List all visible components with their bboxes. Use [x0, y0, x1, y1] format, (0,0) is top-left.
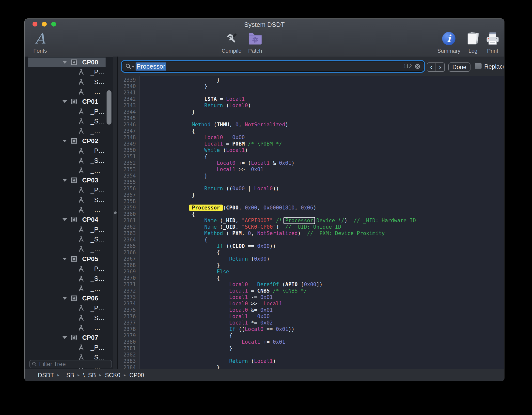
breadcrumb-item-dsdt[interactable]: DSDT	[38, 372, 54, 379]
code-line[interactable]: 2346 Method (THNU, 0, NotSerialized)	[118, 121, 504, 128]
code-line[interactable]: 2380 Local1 += 0x01	[118, 339, 504, 345]
code-line[interactable]: 2368 }	[118, 262, 504, 268]
code-line[interactable]: 2356 Return ((0x00 | Local0))	[118, 185, 504, 192]
disclosure-triangle-icon[interactable]	[63, 61, 67, 64]
code-editor[interactable]: 2338 {2339 }2340 }23412342 LSTA = Local1…	[118, 76, 504, 369]
search-scope-chevron-icon[interactable]: ▾	[132, 65, 134, 69]
code-line[interactable]: 2375 Local0 &= 0x01	[118, 307, 504, 313]
code-line[interactable]: 2351 {	[118, 153, 504, 160]
code-line[interactable]: 2383 Return (Local1)	[118, 358, 504, 364]
code-line[interactable]: 2363 Method (_PXM, 0, NotSerialized) // …	[118, 230, 504, 237]
minimize-button[interactable]	[42, 22, 47, 27]
code-line[interactable]: 2344 }	[118, 109, 504, 115]
search-input[interactable]: ▾ Processor 112	[122, 61, 424, 71]
tree-item-leaf[interactable]: _…	[28, 284, 106, 293]
code-line[interactable]: 2348 Local0 = 0x00	[118, 134, 504, 141]
code-line[interactable]: 2379 {	[118, 332, 504, 339]
tree-item-leaf[interactable]: _P…	[28, 146, 106, 155]
code-line[interactable]: 2381 }	[118, 345, 504, 352]
tree-item-leaf[interactable]: _P…	[28, 343, 106, 352]
tree-item-leaf[interactable]: _…	[28, 244, 106, 254]
code-line[interactable]: 2366 {	[118, 249, 504, 256]
tree-item-leaf[interactable]: _P…	[28, 225, 106, 234]
breadcrumb-item-sb[interactable]: \_SB	[83, 372, 96, 379]
tree-item-leaf[interactable]: _S…	[28, 77, 106, 87]
tree-item-cp00[interactable]: CP00	[28, 58, 106, 67]
code-line[interactable]: 2341	[118, 89, 504, 96]
code-line[interactable]: 2339 }	[118, 77, 504, 83]
breadcrumb-item-sck0[interactable]: SCK0	[105, 372, 120, 379]
code-line[interactable]: 2367 Return (0x00)	[118, 256, 504, 262]
log-button[interactable]: Log	[466, 31, 480, 54]
find-previous-button[interactable]: ‹	[427, 63, 436, 71]
tree-item-leaf[interactable]: _P…	[28, 264, 106, 273]
filter-tree-input[interactable]: Filter Tree	[29, 360, 112, 368]
code-line[interactable]: 2350 While (Local1)	[118, 147, 504, 153]
code-line[interactable]: 2382	[118, 352, 504, 358]
tree-item-leaf[interactable]: _S…	[28, 313, 106, 323]
tree-item-leaf[interactable]: _S…	[28, 117, 106, 126]
clear-search-icon[interactable]	[414, 63, 421, 70]
code-line[interactable]: 2364 {	[118, 237, 504, 243]
disclosure-triangle-icon[interactable]	[63, 218, 67, 221]
disclosure-triangle-icon[interactable]	[63, 336, 67, 339]
tree-item-leaf[interactable]: _…	[28, 126, 106, 136]
tree-item-cp02[interactable]: CP02	[28, 136, 106, 146]
code-line[interactable]: 2373 Local1 -= 0x01	[118, 294, 504, 300]
tree-item-leaf[interactable]: _S…	[28, 195, 106, 205]
tree-item-cp05[interactable]: CP05	[28, 254, 106, 264]
disclosure-triangle-icon[interactable]	[63, 140, 67, 142]
code-line[interactable]: 2354 }	[118, 173, 504, 179]
code-line[interactable]: 2377 Local1 *= 0x02	[118, 320, 504, 326]
compile-button[interactable]: Compile	[222, 31, 242, 54]
tree-item-leaf[interactable]: _S…	[28, 235, 106, 244]
code-line[interactable]: 2384 }	[118, 364, 504, 369]
code-line[interactable]: 2372 Local1 = CNBS /* \CNBS */	[118, 288, 504, 294]
breadcrumb-item-sb[interactable]: _SB	[63, 372, 74, 379]
code-line[interactable]: 2359 Processor (CP00, 0x00, 0x00001810, …	[118, 205, 504, 211]
code-line[interactable]: 2369 Else	[118, 268, 504, 275]
tree-item-cp04[interactable]: CP04	[28, 215, 106, 224]
print-button[interactable]: Print	[485, 31, 500, 54]
zoom-button[interactable]	[51, 22, 56, 27]
code-line[interactable]: 2347 {	[118, 128, 504, 134]
done-button[interactable]: Done	[448, 62, 470, 72]
tree-item-leaf[interactable]: _S…	[28, 156, 106, 165]
disclosure-triangle-icon[interactable]	[63, 258, 67, 260]
code-line[interactable]: 2349 Local1 = P0BM /* \P0BM */	[118, 141, 504, 147]
summary-button[interactable]: i Summary	[437, 31, 460, 54]
code-line[interactable]: 2362 Name (_UID, "SCK0-CP00") // _UID: U…	[118, 224, 504, 230]
code-line[interactable]: 2357 }	[118, 192, 504, 198]
tree-item-leaf[interactable]: _P…	[28, 67, 106, 77]
code-line[interactable]: 2353 Local1 >>= 0x01	[118, 166, 504, 173]
tree-item-cp03[interactable]: CP03	[28, 176, 106, 185]
code-line[interactable]: 2378 If ((Local0 == 0x01))	[118, 326, 504, 332]
code-line[interactable]: 2361 Name (_HID, "ACPI0007" /* Processor…	[118, 217, 504, 224]
disclosure-triangle-icon[interactable]	[63, 100, 67, 103]
tree-item-leaf[interactable]: _P…	[28, 303, 106, 313]
code-line[interactable]: 2343 Return (Local0)	[118, 102, 504, 109]
tree-item-cp07[interactable]: CP07	[28, 333, 106, 342]
code-line[interactable]: 2345	[118, 115, 504, 121]
replace-checkbox[interactable]	[475, 63, 482, 69]
tree-item-leaf[interactable]: _…	[28, 87, 106, 96]
code-line[interactable]: 2371 Local0 = DerefOf (APT0 [0x00])	[118, 281, 504, 288]
tree-item-leaf[interactable]: _…	[28, 205, 106, 214]
code-line[interactable]: 2358	[118, 198, 504, 205]
code-line[interactable]: 2374 Local0 >>= Local1	[118, 300, 504, 307]
code-line[interactable]: 2370 {	[118, 275, 504, 281]
sidebar-splitter[interactable]	[113, 57, 118, 369]
tree-item-leaf[interactable]: _S…	[28, 274, 106, 283]
tree-item-leaf[interactable]: _P…	[28, 185, 106, 195]
tree-item-leaf[interactable]: _P…	[28, 107, 106, 116]
breadcrumb-item-cp00[interactable]: CP00	[129, 372, 144, 379]
find-next-button[interactable]: ›	[436, 63, 444, 71]
tree-item-cp06[interactable]: CP06	[28, 294, 106, 303]
disclosure-triangle-icon[interactable]	[63, 179, 67, 182]
code-line[interactable]: 2360 {	[118, 211, 504, 217]
code-line[interactable]: 2342 LSTA = Local1	[118, 96, 504, 102]
tree-item-leaf[interactable]: _…	[28, 166, 106, 175]
tree-item-leaf[interactable]: _…	[28, 323, 106, 332]
code-line[interactable]: 2376 Local1 = 0x00	[118, 313, 504, 320]
code-line[interactable]: 2340 }	[118, 83, 504, 89]
